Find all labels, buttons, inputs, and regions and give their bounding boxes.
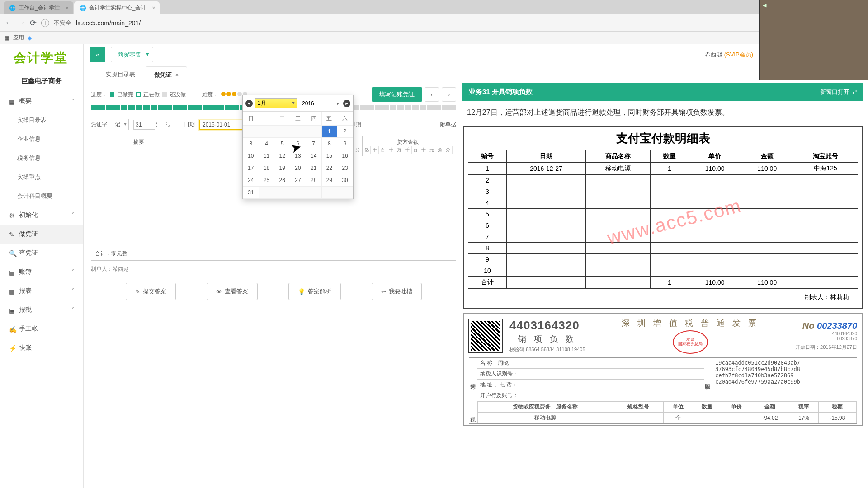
calendar-day[interactable]: 3 [243, 138, 259, 150]
collapse-icon[interactable]: ◀ [763, 2, 766, 8]
reload-icon[interactable]: ⟳ [30, 18, 37, 28]
calendar-day[interactable]: 2 [337, 126, 353, 138]
calendar-day[interactable]: 30 [337, 174, 353, 187]
tax-icon: ▣ [9, 307, 15, 313]
reply-icon: ↩ [381, 288, 386, 295]
sidebar-item-keypoints[interactable]: 实操重点 [0, 168, 83, 187]
tab-practice[interactable]: 🌐 会计学堂实操中心_会计 × [74, 1, 160, 14]
close-icon[interactable]: × [175, 72, 179, 78]
calendar-day[interactable]: 27 [290, 174, 306, 187]
calendar-day[interactable]: 31 [243, 187, 259, 199]
apps-label[interactable]: 应用 [13, 34, 24, 42]
forward-icon[interactable]: → [17, 18, 25, 28]
calendar-day[interactable]: 5 [274, 138, 290, 150]
industry-dropdown[interactable]: 商贸零售 [111, 47, 153, 62]
maker-label: 制单人： [91, 266, 113, 272]
prev-button[interactable]: ‹ [425, 87, 439, 102]
year-select[interactable]: 2016 [299, 99, 341, 108]
calendar-day[interactable]: 20 [290, 162, 306, 174]
calendar-day[interactable]: 25 [259, 174, 274, 187]
month-select[interactable]: 1月 [255, 98, 297, 108]
invoice-code: 4403164320 [509, 319, 585, 333]
sidebar: 巨鑫电子商务 ▦ 概要 ˄ 实操目录表 企业信息 税务信息 实操重点 会计科目概… [0, 44, 84, 488]
prefix-select[interactable]: 记 [112, 119, 129, 130]
tab-workbench[interactable]: 🌐 工作台_会计学堂 × [4, 1, 73, 14]
table-row: 6 [468, 220, 858, 231]
view-answer-button[interactable]: 👁查看答案 [207, 283, 258, 300]
sidebar-item-company-info[interactable]: 企业信息 [0, 130, 83, 149]
tab-make-voucher[interactable]: 做凭证× [146, 66, 187, 83]
calendar-day[interactable]: 16 [337, 150, 353, 162]
alipay-detail: 支付宝付款明细表 编号日期商品名称数量单价金额淘宝账号 12016-12-27移… [463, 126, 863, 309]
digit-header: 亿千百十万千百十元角分 [363, 146, 453, 154]
number-spinner[interactable]: ▲▼ [155, 122, 160, 128]
calendar-day[interactable]: 15 [321, 150, 337, 162]
tab-catalog[interactable]: 实操目录表 [97, 66, 144, 83]
calendar-day[interactable]: 14 [306, 150, 321, 162]
tab-label: 做凭证 [154, 71, 172, 78]
sidebar-item-ledger[interactable]: ▤账簿˅ [0, 263, 83, 282]
calendar-day[interactable]: 12 [274, 150, 290, 162]
apps-icon[interactable]: ▦ [5, 35, 9, 41]
sidebar-item-label: 企业信息 [17, 135, 41, 143]
sidebar-item-init[interactable]: ⚙初始化˅ [0, 206, 83, 225]
calendar-day[interactable]: 23 [337, 162, 353, 174]
topbar: « 商贸零售 希西赵 (SVIP会员) [84, 44, 868, 65]
feedback-button[interactable]: ↩我要吐槽 [372, 283, 422, 300]
calendar-day[interactable]: 7 [306, 138, 321, 150]
chevron-up-icon[interactable]: ▲ [155, 122, 160, 125]
calendar-day[interactable]: 4 [259, 138, 274, 150]
calendar-day[interactable]: 21 [306, 162, 321, 174]
voucher-number-input[interactable]: 31 [133, 120, 155, 130]
calendar-day[interactable]: 17 [243, 162, 259, 174]
calendar-day[interactable]: 22 [321, 162, 337, 174]
open-new-window[interactable]: 新窗口打开⇄ [820, 88, 857, 96]
sidebar-item-search-voucher[interactable]: 🔍查凭证 [0, 244, 83, 263]
fill-voucher-button[interactable]: 填写记账凭证 [372, 87, 422, 102]
close-icon[interactable]: × [152, 5, 155, 11]
sidebar-item-quick[interactable]: ⚡快账 [0, 338, 83, 357]
sidebar-item-manual[interactable]: ✍手工帐 [0, 319, 83, 338]
calendar-day[interactable]: 10 [243, 150, 259, 162]
sidebar-item-catalog[interactable]: 实操目录表 [0, 111, 83, 130]
sidebar-item-tax[interactable]: ▣报税˅ [0, 300, 83, 319]
grid-icon: ▦ [9, 98, 15, 104]
calendar-day[interactable]: 19 [274, 162, 290, 174]
user-name: 希西赵 [705, 51, 722, 58]
bolt-icon: ⚡ [9, 345, 15, 351]
next-button[interactable]: › [442, 87, 456, 102]
globe-icon: 🌐 [9, 5, 16, 11]
back-icon[interactable]: ← [5, 18, 13, 28]
sidebar-item-label: 账簿 [19, 268, 32, 276]
sidebar-item-overview[interactable]: ▦ 概要 ˄ [0, 92, 83, 111]
calendar-day[interactable]: 28 [306, 174, 321, 187]
prev-month-button[interactable]: ◄ [245, 100, 253, 107]
sidebar-item-subjects[interactable]: 会计科目概要 [0, 187, 83, 206]
calendar-day[interactable]: 8 [321, 138, 337, 150]
calendar-day[interactable]: 29 [321, 174, 337, 187]
sidebar-item-tax-info[interactable]: 税务信息 [0, 149, 83, 168]
calendar-day[interactable]: 24 [243, 174, 259, 187]
collapse-sidebar-button[interactable]: « [90, 47, 105, 62]
video-overlay[interactable]: ◀ [760, 0, 868, 80]
close-icon[interactable]: × [66, 5, 69, 11]
calendar-day[interactable]: 11 [259, 150, 274, 162]
url-text[interactable]: lx.acc5.com/main_201/ [76, 19, 863, 27]
calendar-day[interactable]: 9 [337, 138, 353, 150]
table-row: 4 [468, 197, 858, 209]
calendar-day[interactable]: 1 [321, 126, 337, 138]
chevron-down-icon[interactable]: ▼ [155, 125, 160, 128]
sidebar-item-report[interactable]: ▥报表˅ [0, 282, 83, 300]
legend-doing-icon [136, 92, 141, 97]
next-month-button[interactable]: ► [343, 100, 350, 107]
calendar-day[interactable]: 18 [259, 162, 274, 174]
sidebar-item-make-voucher[interactable]: ✎做凭证 [0, 225, 83, 244]
analysis-button[interactable]: 💡答案解析 [288, 283, 341, 300]
calendar-day[interactable]: 26 [274, 174, 290, 187]
cipher-text: 19caa4addc051cc2d902843ab7 37693cfc74804… [712, 358, 857, 401]
date-label: 日期 [184, 121, 195, 128]
bulb-icon: 💡 [298, 288, 305, 295]
submit-answer-button[interactable]: ✎提交答案 [126, 283, 176, 300]
bookmark-icon[interactable]: ◆ [28, 35, 32, 41]
info-icon[interactable]: i [41, 19, 49, 27]
